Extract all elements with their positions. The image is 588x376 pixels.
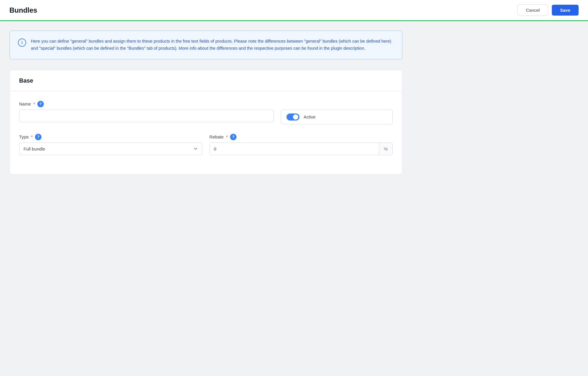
info-box: i Here you can define "general" bundles … — [9, 31, 402, 59]
rebate-input-wrapper: % — [209, 143, 393, 155]
name-label-row: Name * ? — [19, 101, 274, 107]
rebate-required: * — [226, 134, 228, 139]
header-actions: Cancel Save — [517, 4, 579, 16]
rebate-label: Rebate — [209, 134, 224, 139]
name-label: Name — [19, 101, 31, 106]
active-field-group: Active — [281, 101, 393, 124]
active-toggle-box: Active — [281, 110, 393, 124]
info-text: Here you can define "general" bundles an… — [31, 38, 394, 52]
base-card: Base Name * ? Active — [9, 70, 402, 174]
rebate-unit: % — [379, 143, 392, 155]
cancel-button[interactable]: Cancel — [517, 4, 548, 16]
page-title: Bundles — [9, 6, 37, 14]
type-help-icon[interactable]: ? — [35, 134, 41, 140]
rebate-input[interactable] — [210, 143, 379, 155]
rebate-field-group: Rebate * ? % — [209, 134, 393, 155]
type-rebate-row: Type * ? Full bundle Partial bundle Reba… — [19, 134, 393, 155]
rebate-help-icon[interactable]: ? — [230, 134, 236, 140]
type-label: Type — [19, 134, 29, 139]
card-body: Name * ? Active — [10, 91, 402, 174]
main-content: i Here you can define "general" bundles … — [0, 21, 412, 184]
type-required: * — [31, 134, 33, 139]
card-title: Base — [19, 77, 393, 84]
type-field-group: Type * ? Full bundle Partial bundle — [19, 134, 202, 155]
active-toggle[interactable] — [286, 113, 299, 121]
name-input[interactable] — [19, 110, 274, 122]
type-label-row: Type * ? — [19, 134, 202, 140]
rebate-label-row: Rebate * ? — [209, 134, 393, 140]
name-help-icon[interactable]: ? — [37, 101, 44, 107]
name-field-group: Name * ? — [19, 101, 274, 124]
type-select[interactable]: Full bundle Partial bundle — [19, 143, 202, 155]
save-button[interactable]: Save — [552, 5, 579, 16]
name-required: * — [33, 101, 35, 106]
card-header: Base — [10, 70, 402, 91]
page-header: Bundles Cancel Save — [0, 0, 588, 21]
info-icon: i — [18, 39, 26, 47]
active-label: Active — [304, 114, 316, 119]
name-active-row: Name * ? Active — [19, 101, 393, 124]
